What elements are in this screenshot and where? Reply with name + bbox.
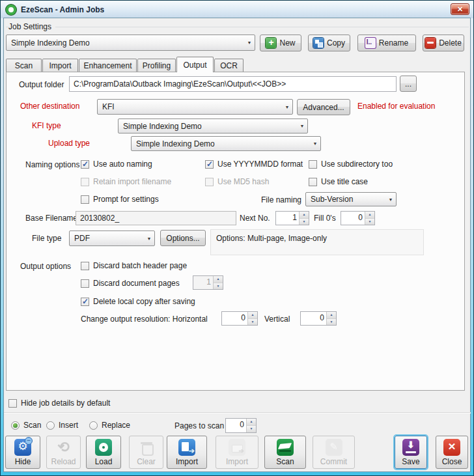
dropdown-arrow-icon[interactable]: ▼ [297, 124, 307, 128]
dropdown-arrow-icon[interactable]: ▼ [144, 236, 154, 241]
window-close-button[interactable]: ✕ [451, 3, 469, 15]
tab-enhancement[interactable]: Enhancement [79, 59, 137, 72]
spinner-arrows[interactable]: ▲▼ [213, 276, 223, 289]
spinner-arrows[interactable]: ▲▼ [326, 312, 336, 325]
output-folder-input[interactable]: C:\ProgramData\Outback Imaging\EzeScan\O… [69, 76, 397, 92]
tab-ocr[interactable]: OCR [214, 59, 244, 72]
radio-insert[interactable]: Insert [46, 420, 78, 430]
spin-up-icon[interactable]: ▲ [300, 212, 309, 219]
pages-to-scan-spinner[interactable]: 0 ▲▼ [225, 418, 257, 433]
new-button-label: New [279, 38, 295, 48]
tab-import[interactable]: Import [42, 59, 78, 72]
spinner-arrows[interactable]: ▲▼ [247, 312, 257, 325]
upload-type-select[interactable]: Simple Indexing Demo ▼ [131, 136, 321, 151]
scan-button[interactable]: Scan [264, 436, 306, 469]
radio-dot [46, 421, 55, 430]
dropdown-arrow-icon[interactable]: ▼ [385, 197, 396, 202]
spin-up-icon[interactable]: ▲ [365, 212, 374, 219]
disc-icon [95, 439, 112, 456]
spin-up-icon[interactable]: ▲ [247, 419, 256, 426]
copy-button[interactable]: Copy [308, 35, 350, 51]
dropdown-arrow-icon[interactable]: ▼ [310, 141, 320, 146]
reload-button[interactable]: Reload [46, 436, 81, 469]
spin-down-icon[interactable]: ▼ [300, 219, 309, 225]
discard-pages-spinner[interactable]: 1 ▲▼ [193, 275, 223, 290]
tab-output[interactable]: Output [176, 57, 214, 72]
spin-down-icon[interactable]: ▼ [327, 319, 336, 326]
radio-label: Replace [102, 421, 130, 430]
spin-up-icon[interactable]: ▲ [327, 312, 336, 319]
save-download-icon [402, 439, 419, 456]
spin-up-icon[interactable]: ▲ [248, 312, 257, 319]
base-filename-input[interactable]: 20130802_ [76, 211, 236, 225]
file-type-select[interactable]: PDF ▼ [69, 231, 155, 246]
horizontal-resolution-spinner[interactable]: 0 ▲▼ [221, 311, 258, 326]
checkbox-use-title-case[interactable]: Use title case [309, 176, 368, 187]
checkbox-use-auto-naming[interactable]: Use auto naming [81, 159, 152, 169]
spinner-arrows[interactable]: ▲▼ [299, 212, 309, 225]
checkbox-delete-local-copy[interactable]: Delete local copy after saving [81, 296, 195, 307]
checkbox-use-md5-hash[interactable]: Use MD5 hash [205, 176, 269, 187]
file-naming-select[interactable]: Sub-Version ▼ [305, 192, 397, 206]
spinner-arrows[interactable]: ▲▼ [365, 212, 374, 225]
spinner-arrows[interactable]: ▲▼ [246, 419, 256, 432]
checkbox-discard-document-pages[interactable]: Discard document pages [81, 278, 180, 288]
file-type-options-button[interactable]: Options... [160, 230, 206, 246]
checkbox-use-yyyymmdd-format[interactable]: Use YYYYMMDD format [205, 159, 303, 169]
save-button[interactable]: Save [395, 436, 427, 469]
checkbox-retain-import-filename[interactable]: Retain import filename [81, 176, 171, 187]
new-button[interactable]: New [260, 35, 301, 51]
checkbox-prompt-for-settings[interactable]: Prompt for settings [81, 194, 159, 204]
fill-zeros-spinner[interactable]: 0 ▲▼ [341, 211, 375, 225]
rename-button[interactable]: Rename [357, 35, 416, 51]
output-folder-label: Output folder [19, 80, 64, 89]
advanced-button[interactable]: Advanced... [297, 99, 350, 115]
reload-arrow-icon [55, 439, 72, 456]
spin-down-icon[interactable]: ▼ [365, 219, 374, 225]
import-folder-icon [229, 439, 245, 456]
tab-scan[interactable]: Scan [6, 59, 42, 72]
spin-down-icon[interactable]: ▼ [248, 319, 257, 326]
rename-button-label: Rename [379, 38, 408, 48]
clear-button[interactable]: Clear [129, 436, 163, 469]
delete-button[interactable]: Delete [423, 35, 464, 51]
dropdown-arrow-icon[interactable]: ▼ [282, 105, 292, 109]
discard-pages-value: 1 [193, 276, 213, 289]
options-summary-text: Options: Multi-page, Image-only [216, 234, 327, 243]
radio-replace[interactable]: Replace [89, 420, 130, 430]
next-no-label: Next No. [240, 214, 270, 223]
commit-button[interactable]: Commit [313, 436, 355, 469]
spin-up-icon[interactable]: ▲ [214, 276, 223, 283]
checkbox-discard-batch-header-page[interactable]: Discard batch header page [81, 260, 187, 271]
horizontal-resolution-value: 0 [222, 312, 247, 325]
button-label: Commit [320, 457, 347, 466]
close-icon: ✕ [457, 5, 463, 13]
button-label: Clear [137, 457, 156, 466]
checkbox-hide-job-details[interactable]: Hide job details by default [8, 398, 110, 408]
dropdown-arrow-icon[interactable]: ▼ [244, 40, 255, 45]
close-button[interactable]: Close [436, 436, 468, 469]
radio-scan[interactable]: Scan [11, 420, 41, 430]
tab-label: Output [183, 61, 206, 70]
import-secondary-button[interactable]: Import [216, 436, 258, 469]
spin-down-icon[interactable]: ▼ [247, 426, 256, 432]
output-folder-value: C:\ProgramData\Outback Imaging\EzeScan\O… [74, 79, 286, 89]
import-button[interactable]: Import [167, 436, 207, 469]
job-select[interactable]: Simple Indexing Demo ▼ [6, 35, 255, 51]
browse-button[interactable]: ... [400, 76, 417, 92]
kfi-type-select[interactable]: Simple Indexing Demo ▼ [118, 119, 308, 133]
hide-button[interactable]: Hide [5, 436, 40, 469]
copy-button-label: Copy [327, 38, 345, 48]
button-label: Hide [15, 457, 31, 466]
next-no-spinner[interactable]: 1 ▲▼ [275, 211, 309, 225]
window-title: EzeScan - Admin Jobs [21, 5, 104, 14]
tab-label: Scan [15, 61, 33, 70]
other-destination-select[interactable]: KFI ▼ [97, 99, 293, 115]
load-button[interactable]: Load [86, 436, 121, 469]
vertical-resolution-spinner[interactable]: 0 ▲▼ [300, 311, 337, 326]
title-bar[interactable]: EzeScan - Admin Jobs ✕ [1, 1, 473, 18]
spin-down-icon[interactable]: ▼ [214, 283, 223, 290]
tab-profiling[interactable]: Profiling [137, 59, 176, 72]
kfi-type-value: Simple Indexing Demo [118, 122, 297, 131]
checkbox-use-subdirectory-too[interactable]: Use subdirectory too [309, 159, 393, 169]
